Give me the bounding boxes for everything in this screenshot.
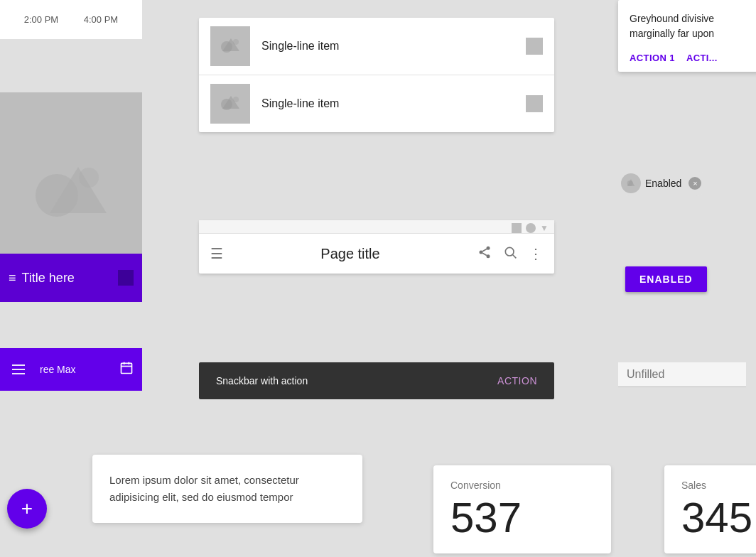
calendar-time-1: 2:00 PM (24, 14, 58, 25)
snackbar-action-button[interactable]: ACTION (497, 375, 537, 386)
svg-point-17 (480, 250, 483, 254)
chip-row: Enabled × (618, 171, 707, 196)
title-bar-square (118, 270, 134, 286)
nav-calendar-icon[interactable] (119, 361, 134, 379)
svg-point-15 (233, 97, 239, 102)
tooltip-body: Greyhound divisive marginally far upon (630, 11, 749, 41)
svg-rect-5 (12, 373, 25, 374)
calendar-strip: 2:00 PM 4:00 PM (0, 0, 142, 39)
snackbar: Snackbar with action ACTION (199, 362, 554, 399)
placeholder-icon (28, 153, 114, 238)
svg-rect-4 (12, 369, 25, 370)
chip-enabled[interactable]: Enabled × (618, 171, 707, 196)
search-icon[interactable] (503, 245, 517, 263)
list-action-icon-2[interactable] (526, 95, 543, 112)
list-item[interactable]: Single-line item (199, 18, 554, 75)
list-item[interactable]: Single-line item (199, 75, 554, 132)
menu-icon[interactable]: ☰ (210, 245, 223, 262)
svg-point-2 (79, 168, 99, 188)
purple-nav-bar[interactable]: ree Max (0, 348, 142, 391)
sales-value: 345.8 (681, 497, 747, 539)
list-item-text-1: Single-line item (261, 40, 514, 53)
window-control-circle (526, 223, 536, 233)
svg-point-12 (233, 39, 239, 45)
window-controls: ▼ (199, 220, 554, 234)
nav-list-icon (9, 359, 28, 379)
app-bar-toolbar: ☰ Page title ⋮ (199, 234, 554, 274)
tooltip-actions: ACTION 1 ACTI... (630, 53, 749, 63)
more-vert-icon[interactable]: ⋮ (529, 245, 543, 262)
chip-close-icon[interactable]: × (688, 177, 701, 190)
lorem-card: Lorem ipsum dolor sit amet, consectetur … (92, 455, 362, 523)
chip-label: Enabled (645, 178, 681, 189)
svg-point-21 (505, 247, 514, 256)
nav-label: ree Max (40, 364, 76, 375)
svg-rect-6 (122, 363, 132, 373)
enabled-button[interactable]: ENABLED (625, 266, 707, 292)
title-bar: ≡ Title here (0, 254, 142, 302)
unfilled-input[interactable]: Unfilled (618, 362, 746, 387)
svg-line-19 (482, 253, 487, 255)
tooltip-action-2[interactable]: ACTI... (686, 53, 718, 63)
title-bar-icon: ≡ (9, 271, 16, 286)
lorem-text: Lorem ipsum dolor sit amet, consectetur … (109, 472, 345, 506)
sales-card: Sales 345.8 (664, 465, 756, 553)
unfilled-placeholder: Unfilled (627, 368, 664, 380)
list-thumb-1 (210, 26, 250, 66)
list-action-icon-1[interactable] (526, 38, 543, 55)
svg-point-18 (487, 254, 490, 258)
list-thumb-2 (210, 84, 250, 124)
title-bar-text: Title here (22, 271, 112, 286)
window-control-down: ▼ (540, 223, 549, 233)
app-bar-title: Page title (234, 246, 466, 262)
calendar-time-2: 4:00 PM (84, 14, 118, 25)
svg-line-20 (482, 249, 487, 251)
list-card: Single-line item Single-line item (199, 18, 554, 132)
tooltip-card: Greyhound divisive marginally far upon A… (618, 0, 756, 72)
chip-avatar (621, 173, 641, 193)
svg-point-16 (487, 246, 490, 249)
list-item-text-2: Single-line item (261, 97, 514, 110)
conversion-card: Conversion 537 (433, 465, 611, 553)
sales-label: Sales (681, 480, 747, 491)
app-bar: ▼ ☰ Page title ⋮ (199, 220, 554, 274)
fab-plus-icon: + (21, 499, 33, 519)
window-control-square (512, 223, 522, 233)
svg-rect-3 (12, 364, 25, 366)
svg-line-22 (513, 254, 517, 258)
conversion-label: Conversion (450, 480, 594, 491)
fab-button[interactable]: + (7, 489, 47, 529)
conversion-value: 537 (450, 497, 594, 539)
share-icon[interactable] (477, 245, 492, 263)
snackbar-message: Snackbar with action (216, 375, 497, 386)
tooltip-action-1[interactable]: ACTION 1 (630, 53, 675, 63)
